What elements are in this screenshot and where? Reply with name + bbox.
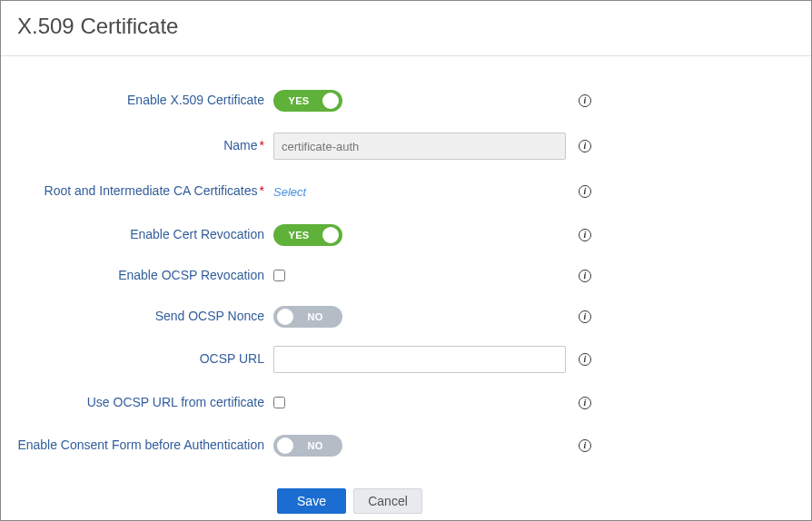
row-root-ca: Root and Intermediate CA Certificates* S… bbox=[1, 169, 811, 214]
dialog-header: X.509 Certificate bbox=[1, 1, 811, 56]
label-send-ocsp-nonce: Send OCSP Nonce bbox=[1, 309, 273, 325]
label-root-ca-text: Root and Intermediate CA Certificates bbox=[45, 183, 258, 198]
info-icon[interactable]: i bbox=[579, 229, 591, 241]
label-name-text: Name bbox=[223, 138, 257, 152]
form-body: Enable X.509 Certificate YES i Name* i R… bbox=[1, 56, 811, 514]
checkbox-enable-ocsp-rev[interactable] bbox=[273, 270, 285, 281]
label-enable-consent-text: Enable Consent Form before Authenticatio… bbox=[17, 437, 264, 452]
toggle-enable-consent[interactable]: NO bbox=[273, 435, 342, 457]
info-icon[interactable]: i bbox=[579, 185, 591, 198]
required-marker: * bbox=[260, 183, 264, 198]
root-ca-select-link[interactable]: Select bbox=[273, 185, 306, 199]
toggle-knob bbox=[277, 437, 293, 454]
info-icon[interactable]: i bbox=[579, 397, 591, 409]
x509-certificate-dialog: X.509 Certificate Enable X.509 Certifica… bbox=[0, 0, 812, 521]
row-ocsp-url: OCSP URL i bbox=[1, 337, 811, 382]
label-enable-cert-rev: Enable Cert Revocation bbox=[1, 227, 273, 243]
info-icon[interactable]: i bbox=[579, 140, 591, 152]
toggle-knob bbox=[277, 309, 293, 325]
row-use-ocsp-url-cert: Use OCSP URL from certificate i bbox=[1, 382, 811, 423]
row-enable-ocsp-rev: Enable OCSP Revocation i bbox=[1, 255, 811, 296]
button-row: Save Cancel bbox=[1, 488, 811, 514]
info-icon[interactable]: i bbox=[579, 94, 591, 107]
required-marker: * bbox=[260, 138, 264, 152]
label-use-ocsp-url-cert: Use OCSP URL from certificate bbox=[1, 395, 273, 411]
label-ocsp-url: OCSP URL bbox=[1, 351, 273, 368]
info-icon[interactable]: i bbox=[579, 310, 591, 323]
row-enable-cert-rev: Enable Cert Revocation YES i bbox=[1, 214, 811, 255]
label-name: Name* bbox=[1, 138, 273, 154]
label-root-ca: Root and Intermediate CA Certificates* bbox=[1, 183, 273, 200]
cancel-button[interactable]: Cancel bbox=[353, 488, 422, 514]
info-icon[interactable]: i bbox=[579, 439, 591, 452]
row-name: Name* i bbox=[1, 123, 811, 169]
ocsp-url-input[interactable] bbox=[273, 346, 566, 373]
toggle-enable-x509[interactable]: YES bbox=[273, 90, 342, 112]
toggle-knob bbox=[322, 93, 339, 109]
info-icon[interactable]: i bbox=[579, 353, 591, 366]
row-enable-x509: Enable X.509 Certificate YES i bbox=[1, 78, 811, 123]
toggle-knob bbox=[322, 227, 339, 243]
row-send-ocsp-nonce: Send OCSP Nonce NO i bbox=[1, 296, 811, 337]
name-input[interactable] bbox=[273, 133, 566, 160]
toggle-send-ocsp-nonce[interactable]: NO bbox=[273, 306, 342, 328]
toggle-enable-cert-rev[interactable]: YES bbox=[273, 224, 342, 246]
row-enable-consent: Enable Consent Form before Authenticatio… bbox=[1, 423, 811, 468]
page-title: X.509 Certificate bbox=[17, 14, 795, 39]
label-enable-x509: Enable X.509 Certificate bbox=[1, 93, 273, 109]
checkbox-use-ocsp-url-cert[interactable] bbox=[273, 397, 285, 408]
label-enable-consent: Enable Consent Form before Authenticatio… bbox=[1, 437, 273, 454]
label-enable-ocsp-rev: Enable OCSP Revocation bbox=[1, 268, 273, 284]
info-icon[interactable]: i bbox=[579, 270, 591, 282]
save-button[interactable]: Save bbox=[277, 488, 346, 514]
